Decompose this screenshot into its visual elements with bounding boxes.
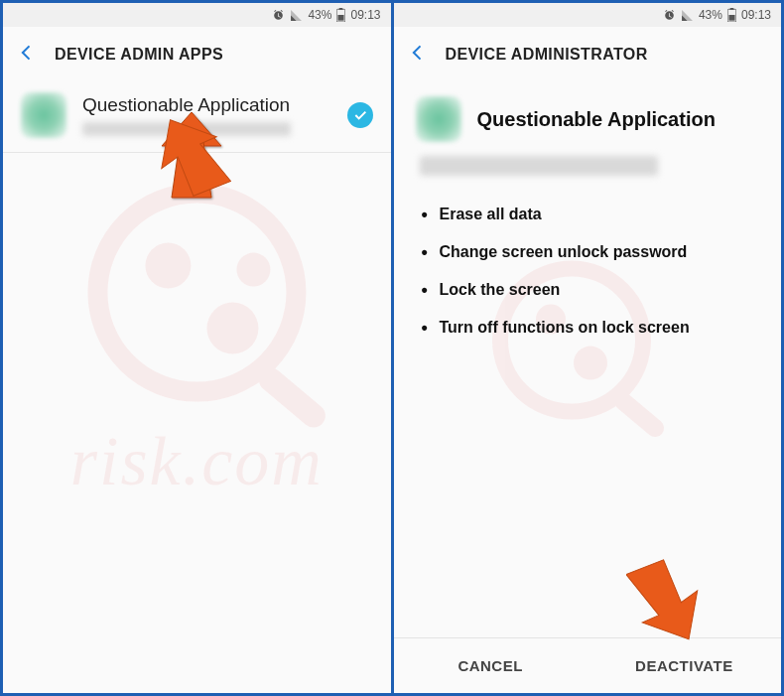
page-title: DEVICE ADMIN APPS — [55, 46, 223, 64]
status-bar: 43% 09:13 — [394, 3, 782, 27]
clock-time: 09:13 — [741, 8, 771, 22]
screen-device-administrator: 43% 09:13 DEVICE ADMINISTRATOR Questiona… — [394, 3, 782, 693]
enabled-check-icon[interactable] — [347, 102, 373, 128]
permission-item: Erase all data — [440, 196, 756, 233]
cancel-button[interactable]: CANCEL — [394, 638, 588, 693]
battery-icon — [727, 8, 736, 23]
screen-device-admin-apps: risk.com 43% 09:13 DEVICE ADMIN APPS — [3, 3, 391, 693]
app-icon — [416, 96, 461, 142]
app-bar: DEVICE ADMIN APPS — [3, 27, 391, 78]
signal-icon — [681, 8, 694, 22]
svg-rect-1 — [339, 8, 343, 10]
battery-icon — [336, 8, 345, 23]
svg-rect-2 — [338, 15, 344, 21]
battery-percent: 43% — [699, 8, 722, 22]
permission-item: Change screen unlock password — [440, 233, 756, 271]
clock-time: 09:13 — [350, 8, 380, 22]
app-name-label: Questionable Application — [82, 94, 331, 116]
back-icon[interactable] — [17, 43, 37, 67]
dialog-footer: CANCEL DEACTIVATE — [394, 637, 782, 693]
permission-item: Lock the screen — [440, 271, 756, 309]
blurred-text — [82, 122, 291, 136]
svg-rect-8 — [728, 15, 734, 21]
tutorial-arrow-icon — [626, 552, 706, 647]
signal-icon — [290, 8, 303, 22]
permission-item: Turn off functions on lock screen — [440, 309, 756, 347]
svg-rect-7 — [730, 8, 734, 10]
blurred-text — [420, 156, 658, 176]
app-header: Questionable Application — [394, 78, 782, 150]
deactivate-button[interactable]: DEACTIVATE — [588, 638, 781, 693]
battery-percent: 43% — [308, 8, 331, 22]
permissions-list: Erase all data Change screen unlock pass… — [394, 186, 782, 347]
watermark: risk.com — [70, 183, 324, 500]
status-bar: 43% 09:13 — [3, 3, 391, 27]
app-list-item[interactable]: Questionable Application — [3, 78, 391, 153]
app-bar: DEVICE ADMINISTRATOR — [394, 27, 782, 78]
alarm-icon — [272, 8, 285, 22]
app-name-label: Questionable Application — [477, 108, 716, 131]
alarm-icon — [663, 8, 676, 22]
page-title: DEVICE ADMINISTRATOR — [446, 46, 648, 64]
svg-marker-9 — [626, 552, 706, 647]
app-icon — [21, 92, 66, 138]
back-icon[interactable] — [408, 43, 428, 67]
